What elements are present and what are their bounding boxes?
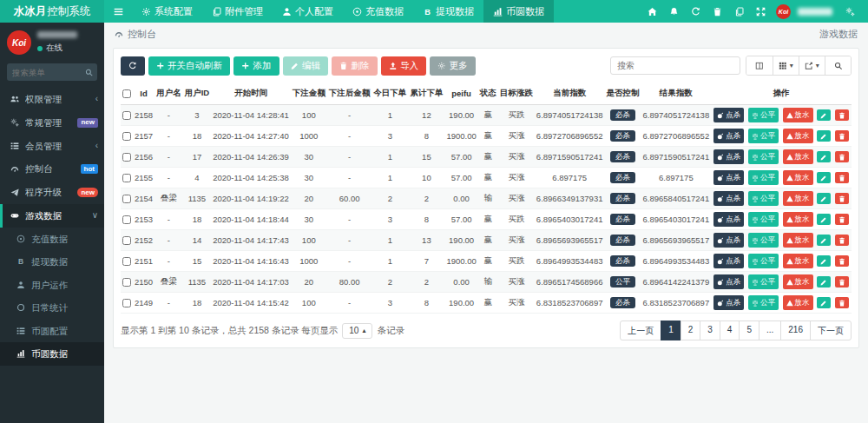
fair-button[interactable]: 公平 — [748, 191, 779, 206]
kill-button[interactable]: 点杀 — [713, 254, 744, 268]
row-checkbox[interactable] — [122, 132, 131, 141]
row-checkbox[interactable] — [122, 111, 131, 120]
water-button[interactable]: 放水 — [783, 191, 813, 206]
column-header[interactable]: 下注金额 — [291, 83, 327, 105]
delete-row-button[interactable] — [835, 151, 849, 162]
topnav-item-attachments[interactable]: 附件管理 — [202, 0, 273, 23]
topnav-item-profile-config[interactable]: 个人配置 — [273, 0, 343, 23]
page-button[interactable]: 216 — [780, 321, 811, 340]
column-header[interactable]: Id — [133, 83, 155, 105]
row-checkbox[interactable] — [122, 299, 131, 307]
column-header[interactable]: 目标涨跌 — [498, 83, 535, 105]
water-button[interactable]: 放水 — [783, 149, 813, 164]
topnav-item-coin-data[interactable]: 币圆数据 — [483, 0, 554, 23]
column-header[interactable]: peifu — [444, 83, 477, 105]
sidebar-item-console[interactable]: 控制台 hot — [0, 157, 104, 181]
kill-button[interactable]: 点杀 — [713, 212, 744, 227]
kill-button[interactable]: 点杀 — [713, 129, 744, 143]
breadcrumb[interactable]: 控制台 — [128, 28, 156, 41]
kill-button[interactable]: 点杀 — [713, 149, 744, 164]
export-button[interactable]: ▾ — [799, 56, 825, 75]
water-button[interactable]: 放水 — [783, 254, 813, 268]
water-button[interactable]: 放水 — [783, 129, 813, 143]
sidebar-item-permission-mgmt[interactable]: 权限管理 ‹ — [0, 88, 104, 111]
kill-button[interactable]: 点杀 — [713, 170, 744, 185]
page-button[interactable]: 5 — [739, 321, 760, 340]
sidebar-item-withdraw-data[interactable]: B 提现数据 — [0, 250, 104, 274]
edit-row-button[interactable] — [817, 109, 831, 121]
sidebar-item-program-upgrade[interactable]: 程序升级 new — [0, 181, 104, 204]
column-header[interactable]: 是否控制 — [605, 83, 641, 105]
water-button[interactable]: 放水 — [783, 212, 813, 227]
page-button[interactable]: 3 — [700, 321, 720, 340]
topnav-item-recharge-data[interactable]: 充值数据 — [343, 0, 413, 23]
kill-button[interactable]: 点杀 — [713, 295, 744, 310]
sidebar-item-game-data[interactable]: 游戏数据 ∨ — [0, 204, 104, 228]
prev-page-button[interactable]: 上一页 — [620, 321, 661, 340]
select-all-checkbox[interactable] — [122, 89, 131, 98]
files-icon[interactable] — [728, 7, 750, 17]
search-button[interactable] — [825, 56, 851, 75]
column-header[interactable]: 开始时间 — [211, 83, 291, 105]
column-header[interactable]: 状态 — [478, 83, 498, 105]
delete-row-button[interactable] — [835, 193, 849, 204]
kill-button[interactable]: 点杀 — [713, 191, 744, 206]
edit-row-button[interactable] — [817, 276, 831, 288]
sidebar-item-general-mgmt[interactable]: 常规管理 new — [0, 111, 104, 135]
import-button[interactable]: 导入 — [381, 56, 427, 76]
row-checkbox[interactable] — [122, 153, 131, 162]
columns-button[interactable]: ▾ — [773, 56, 799, 75]
water-button[interactable]: 放水 — [783, 233, 813, 248]
column-header[interactable]: 操作 — [711, 83, 852, 105]
fair-button[interactable]: 公平 — [748, 295, 779, 310]
refresh-button[interactable] — [121, 56, 145, 76]
page-button[interactable]: 2 — [681, 321, 701, 340]
row-checkbox[interactable] — [122, 174, 131, 182]
fair-button[interactable]: 公平 — [748, 108, 779, 122]
search-icon[interactable] — [80, 63, 97, 81]
delete-row-button[interactable] — [835, 214, 849, 225]
delete-row-button[interactable] — [835, 235, 849, 246]
sidebar-item-coin-data[interactable]: 币圆数据 — [0, 342, 104, 366]
next-page-button[interactable]: 下一页 — [810, 321, 852, 340]
column-header[interactable]: 下注后金额 — [327, 83, 372, 105]
edit-row-button[interactable] — [817, 255, 831, 267]
avatar[interactable]: Koi — [776, 4, 791, 19]
sidebar-item-coin-config[interactable]: 币圆配置 — [0, 320, 104, 343]
sidebar-search-input[interactable] — [7, 63, 80, 81]
edit-row-button[interactable] — [817, 214, 831, 225]
bell-icon[interactable] — [663, 7, 685, 17]
column-header[interactable]: 用户名 — [155, 83, 183, 105]
trash-icon[interactable] — [707, 7, 728, 17]
column-header[interactable]: 当前指数 — [535, 83, 605, 105]
column-header[interactable]: 用户ID — [183, 83, 212, 105]
home-icon[interactable] — [641, 7, 663, 17]
delete-row-button[interactable] — [835, 276, 849, 288]
delete-row-button[interactable] — [835, 297, 849, 308]
more-button[interactable]: 更多 — [430, 56, 476, 76]
kill-button[interactable]: 点杀 — [713, 233, 744, 248]
water-button[interactable]: 放水 — [783, 108, 813, 122]
row-checkbox[interactable] — [122, 215, 131, 224]
edit-button[interactable]: 编辑 — [283, 56, 329, 76]
topnav-item-withdraw-data[interactable]: B 提现数据 — [413, 0, 483, 23]
row-checkbox[interactable] — [122, 236, 131, 245]
sidebar-item-recharge-data[interactable]: 充值数据 — [0, 228, 104, 251]
add-button[interactable]: 添加 — [233, 56, 279, 76]
fair-button[interactable]: 公平 — [748, 274, 779, 289]
edit-row-button[interactable] — [817, 193, 831, 204]
expand-icon[interactable] — [750, 7, 772, 17]
page-size-select[interactable]: 10 ▴ — [342, 323, 372, 339]
page-ellipsis[interactable]: ... — [759, 321, 781, 340]
sidebar-item-daily-stats[interactable]: 日常统计 — [0, 296, 104, 320]
delete-row-button[interactable] — [835, 172, 849, 183]
sidebar-item-member-mgmt[interactable]: 会员管理 ‹ — [0, 135, 104, 158]
row-checkbox[interactable] — [122, 195, 131, 203]
edit-row-button[interactable] — [817, 172, 831, 183]
edit-row-button[interactable] — [817, 235, 831, 246]
refresh-icon[interactable] — [685, 7, 707, 17]
edit-row-button[interactable] — [817, 130, 831, 142]
water-button[interactable]: 放水 — [783, 170, 813, 185]
page-button[interactable]: 4 — [720, 321, 740, 340]
page-button[interactable]: 1 — [661, 321, 681, 340]
